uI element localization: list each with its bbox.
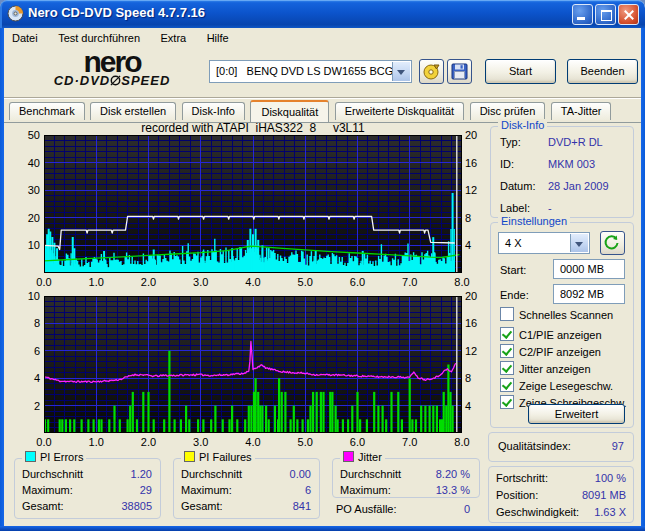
advanced-button[interactable]: Erweitert [528, 404, 625, 424]
tab-diskqualitaet[interactable]: Diskqualität [250, 100, 329, 122]
jitter-max-value: 13.3 % [408, 484, 470, 496]
drive-select-dropdown-button[interactable] [392, 62, 410, 81]
disk-typ-value: DVD+R DL [548, 136, 603, 148]
pif-left-axis: 108642 [16, 296, 40, 433]
check-icon [502, 362, 512, 373]
settings-title: Einstellungen [498, 215, 570, 227]
jitter-title: Jitter [358, 451, 382, 463]
toolbar: nero CD·DVDSPEED [0:0] BENQ DVD LS DW165… [4, 48, 641, 98]
check-icon [502, 328, 512, 339]
axis-tick-label: 8 [465, 372, 489, 384]
end-field-label: Ende: [500, 289, 529, 301]
start-field[interactable]: 0000 MB [553, 259, 625, 279]
nero-logo: nero CD·DVDSPEED [22, 49, 202, 87]
refresh-button[interactable] [600, 231, 625, 255]
po-failures-label: PO Ausfälle: [336, 503, 397, 515]
quality-index-label: Qualitätsindex: [498, 440, 571, 452]
menu-extra[interactable]: Extra [153, 29, 195, 44]
maximize-icon [601, 10, 612, 21]
start-button[interactable]: Start [485, 59, 556, 84]
window-title: Nero CD-DVD Speed 4.7.7.16 [28, 5, 205, 20]
axis-tick-label: 8.0 [450, 436, 474, 448]
axis-tick-label: 16 [465, 157, 489, 169]
axis-tick-label: 20 [16, 212, 40, 224]
app-window: Nero CD-DVD Speed 4.7.7.16 Datei Test du… [0, 0, 645, 531]
window-border [0, 28, 4, 531]
pie-right-axis: 20161284 [465, 135, 489, 273]
pi-failures-title: PI Failures [199, 451, 252, 463]
menu-test-durchfuehren[interactable]: Test durchführen [50, 29, 148, 44]
tab-erweiterte-diskqualitaet[interactable]: Erweiterte Diskqualität [335, 102, 464, 120]
chevron-down-icon [397, 70, 405, 75]
pif-legend-swatch [184, 451, 195, 462]
start-field-label: Start: [500, 264, 526, 276]
axis-tick-label: 30 [16, 184, 40, 196]
axis-tick-label: 10 [16, 239, 40, 251]
axis-tick-label: 50 [16, 129, 40, 141]
axis-tick-label: 6 [16, 345, 40, 357]
speed-select[interactable]: 4 X [498, 232, 590, 254]
title-bar[interactable]: Nero CD-DVD Speed 4.7.7.16 [0, 0, 645, 28]
tab-disk-erstellen[interactable]: Disk erstellen [90, 102, 176, 120]
disk-id-label: ID: [500, 158, 514, 170]
checkbox-box [500, 344, 514, 358]
menu-datei[interactable]: Datei [4, 29, 46, 44]
pie-legend-swatch [25, 451, 36, 462]
progress-label: Fortschritt: [496, 472, 548, 484]
axis-tick-label: 6.0 [346, 276, 370, 288]
menu-hilfe[interactable]: Hilfe [199, 29, 237, 44]
axis-tick-label: 40 [16, 157, 40, 169]
axis-tick-label: 0.0 [32, 276, 56, 288]
checkbox-box [500, 378, 514, 392]
axis-tick-label: 7.0 [398, 276, 422, 288]
speed-select-dropdown-button[interactable] [570, 234, 588, 252]
checkbox-schnelles-scannen[interactable]: Schnelles Scannen [500, 307, 613, 321]
axis-tick-label: 4 [465, 239, 489, 251]
axis-tick-label: 2.0 [137, 436, 161, 448]
axis-tick-label: 7.0 [398, 436, 422, 448]
pif-avg-value: 0.00 [249, 468, 311, 480]
disk-datum-label: Datum: [500, 180, 535, 192]
position-value: 8091 MB [560, 489, 626, 501]
close-button[interactable] [618, 4, 639, 25]
checkbox-box [500, 307, 514, 321]
jitter-legend-swatch [343, 451, 354, 462]
tab-disc-pruefen[interactable]: Disc prüfen [470, 102, 546, 120]
axis-tick-label: 0.0 [32, 436, 56, 448]
cddvdspeed-logo-text: CD·DVDSPEED [22, 75, 202, 87]
po-failures-value: 0 [408, 503, 470, 515]
pi-errors-title: PI Errors [40, 451, 83, 463]
pif-chart-plot [44, 296, 462, 433]
disk-datum-value: 28 Jan 2009 [548, 180, 609, 192]
tab-benchmark[interactable]: Benchmark [9, 102, 85, 120]
drive-select-value: [0:0] BENQ DVD LS DW1655 BCGB [216, 65, 401, 77]
eject-button[interactable] [419, 59, 444, 84]
tab-disk-info[interactable]: Disk-Info [182, 102, 245, 120]
pie-chart-plot [44, 135, 462, 273]
pif-x-axis: 0.01.02.03.04.05.06.07.08.0 [44, 436, 462, 450]
axis-tick-label: 1.0 [84, 276, 108, 288]
app-icon [7, 5, 24, 22]
drive-select[interactable]: [0:0] BENQ DVD LS DW1655 BCGB [209, 60, 412, 83]
checkbox-c1-pie[interactable]: C1/PIE anzeigen [500, 327, 602, 341]
axis-tick-label: 10 [16, 290, 40, 302]
checkbox-jitter[interactable]: Jitter anzeigen [500, 361, 591, 375]
disk-id-value: MKM 003 [548, 158, 595, 170]
checkbox-lesegeschw[interactable]: Zeige Lesegeschw. [500, 378, 613, 392]
check-icon [502, 379, 512, 390]
jitter-avg-value: 8.20 % [408, 468, 470, 480]
axis-tick-label: 4 [465, 400, 489, 412]
checkbox-box [500, 361, 514, 375]
save-button[interactable] [447, 59, 472, 84]
minimize-button[interactable] [572, 4, 593, 25]
axis-tick-label: 4 [16, 372, 40, 384]
save-icon [450, 62, 469, 81]
tab-ta-jitter[interactable]: TA-Jitter [551, 102, 612, 120]
maximize-button[interactable] [595, 4, 616, 25]
end-field[interactable]: 8092 MB [553, 284, 625, 304]
window-border [0, 526, 645, 531]
axis-tick-label: 8.0 [450, 276, 474, 288]
axis-tick-label: 2.0 [137, 276, 161, 288]
checkbox-c2-pif[interactable]: C2/PIF anzeigen [500, 344, 601, 358]
quit-button[interactable]: Beenden [567, 59, 638, 84]
